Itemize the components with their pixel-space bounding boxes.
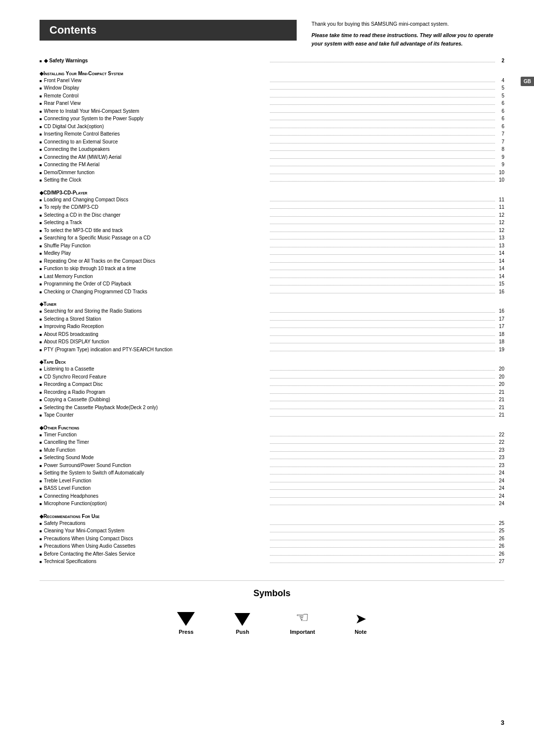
toc-label: Cleaning Your Mini-Compact System (44, 527, 269, 535)
toc-num: 16 (496, 288, 504, 296)
toc-dots (270, 489, 495, 490)
toc-num: 14 (496, 258, 504, 265)
toc-num: 5 (496, 85, 504, 92)
toc-entry: Timer Function22 (40, 431, 504, 439)
toc-label: Precautions When Using Audio Cassettes (44, 543, 269, 550)
toc-entry: Checking or Changing Programmed CD Track… (40, 288, 504, 296)
toc-num: 6 (496, 115, 504, 123)
symbol-press-label: Press (178, 629, 193, 635)
toc-category: Recommendations For Use (40, 514, 504, 519)
toc-dots (270, 150, 495, 151)
toc-dots (270, 104, 495, 105)
header-area: Contents Thank you for buying this SAMSU… (40, 20, 504, 47)
toc-num: 6 (496, 123, 504, 131)
toc-label: Demo/Dimmer function (44, 169, 269, 177)
symbols-section: Symbols Press Push ☜ Important ➤ Not (40, 580, 504, 635)
toc-num: 11 (496, 204, 504, 211)
symbols-title: Symbols (40, 588, 504, 599)
toc-dots (270, 62, 495, 62)
toc-dots (270, 451, 495, 452)
toc-dots (270, 135, 495, 136)
toc-num: 6 (496, 100, 504, 107)
symbol-note: ➤ Note (355, 612, 366, 635)
toc-entry: Selecting a CD in the Disc changer12 (40, 212, 504, 219)
symbols-row: Press Push ☜ Important ➤ Note (40, 609, 504, 635)
toc-entry: To select the MP3-CD title and track12 (40, 227, 504, 235)
toc-entry: Front Panel View4 (40, 77, 504, 85)
toc-dots (270, 378, 495, 378)
toc-entry: Tape Counter21 (40, 412, 504, 419)
toc-num: 10 (496, 169, 504, 177)
toc-entry: Selecting a Stored Station17 (40, 316, 504, 323)
toc-num: 21 (496, 389, 504, 396)
toc-dots (270, 497, 495, 498)
toc-dots (270, 262, 495, 263)
toc-entry: ◆ Safety Warnings2 (40, 57, 504, 65)
toc-entry: Demo/Dimmer function10 (40, 169, 504, 177)
toc-label: Connecting the AM (MW/LW) Aerial (44, 154, 269, 161)
toc-entry: Repeating One or All Tracks on the Compa… (40, 258, 504, 265)
toc-entry: Connecting the FM Aerial9 (40, 161, 504, 169)
toc-entry: Improving Radio Reception17 (40, 323, 504, 331)
toc-num: 21 (496, 412, 504, 419)
toc-dots (270, 393, 495, 394)
toc-entry: About RDS DISPLAY function18 (40, 338, 504, 346)
toc-entry: Power Surround/Power Sound Function23 (40, 462, 504, 470)
toc-entry: Searching for a Specific Music Passage o… (40, 235, 504, 242)
toc-entry: Selecting a Track12 (40, 219, 504, 227)
toc-dots (270, 232, 495, 232)
toc-entry: Cancelling the Timer22 (40, 439, 504, 446)
toc-num: 24 (496, 500, 504, 508)
symbol-push: Push (234, 613, 250, 635)
toc-entry: Setting the Clock10 (40, 177, 504, 184)
toc-label: Front Panel View (44, 77, 269, 85)
toc-num: 17 (496, 316, 504, 323)
toc-dots (270, 97, 495, 97)
page-number: 3 (501, 719, 504, 726)
toc-num: 16 (496, 308, 504, 315)
hand-icon: ☜ (296, 609, 309, 626)
toc-num: 20 (496, 366, 504, 373)
toc-num: 21 (496, 396, 504, 404)
toc-dots (270, 320, 495, 321)
toc-entry: PTY (Program Type) indication and PTY-SE… (40, 346, 504, 354)
toc-entry: Listening to a Cassette20 (40, 366, 504, 373)
toc-dots (270, 370, 495, 371)
toc-dots (270, 482, 495, 482)
toc-label: Tape Counter (44, 412, 269, 419)
toc-num: 6 (496, 108, 504, 115)
toc-label: Last Memory Function (44, 273, 269, 281)
toc-dots (270, 505, 495, 505)
toc-entry: Recording a Radio Program21 (40, 389, 504, 396)
toc-entry: Connecting your System to the Power Supp… (40, 115, 504, 123)
toc-label: Technical Specifications (44, 558, 269, 566)
toc-dots (270, 524, 495, 525)
toc-label: Repeating One or All Tracks on the Compa… (44, 258, 269, 265)
toc-label: Selecting the Cassette Playback Mode(Dec… (44, 404, 269, 412)
toc-label: Connecting the FM Aerial (44, 161, 269, 169)
toc-category: Other Functions (40, 425, 504, 430)
toc-dots (270, 82, 495, 82)
intro-line1: Thank you for buying this SAMSUNG mini-c… (312, 20, 504, 28)
toc-num: 24 (496, 493, 504, 500)
toc-entry: Copying a Cassette (Dubbing)21 (40, 396, 504, 404)
toc-dots (270, 201, 495, 201)
toc-label: BASS Level Function (44, 485, 269, 492)
toc-label: Microphone Function(option) (44, 500, 269, 508)
toc-num: 18 (496, 338, 504, 346)
toc-num: 21 (496, 404, 504, 412)
symbol-push-label: Push (236, 629, 249, 635)
toc-num: 13 (496, 242, 504, 250)
toc-dots (270, 143, 495, 143)
toc-category: CD/MP3-CD-Player (40, 190, 504, 195)
symbol-press: Press (177, 612, 195, 635)
toc-num: 7 (496, 139, 504, 146)
toc-dots (270, 532, 495, 532)
toc-label: Loading and Changing Compact Discs (44, 196, 269, 204)
toc-num: 23 (496, 454, 504, 462)
toc-label: Connecting the Loudspeakers (44, 146, 269, 153)
toc-dots (270, 335, 495, 336)
intro-text: Thank you for buying this SAMSUNG mini-c… (312, 20, 504, 47)
toc-label: Window Display (44, 85, 269, 92)
toc-dots (270, 247, 495, 247)
